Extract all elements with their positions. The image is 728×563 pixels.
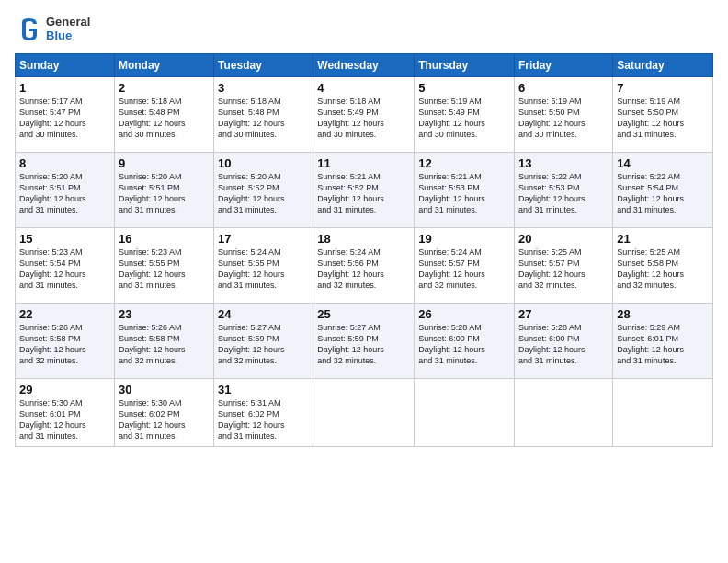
day-info: Sunrise: 5:18 AMSunset: 5:48 PMDaylight:… [119, 96, 210, 141]
calendar-cell: 20Sunrise: 5:25 AMSunset: 5:57 PMDayligh… [515, 228, 613, 304]
calendar-cell: 27Sunrise: 5:28 AMSunset: 6:00 PMDayligh… [515, 304, 613, 379]
day-info: Sunrise: 5:17 AMSunset: 5:47 PMDaylight:… [19, 96, 110, 141]
calendar-cell: 24Sunrise: 5:27 AMSunset: 5:59 PMDayligh… [214, 304, 313, 379]
day-number: 12 [418, 156, 510, 170]
day-info: Sunrise: 5:30 AMSunset: 6:01 PMDaylight:… [19, 397, 110, 442]
page-container: General Blue SundayMondayTuesdayWednesda… [0, 0, 728, 456]
day-info: Sunrise: 5:20 AMSunset: 5:51 PMDaylight:… [19, 171, 110, 216]
day-info: Sunrise: 5:25 AMSunset: 5:58 PMDaylight:… [617, 247, 709, 292]
day-number: 22 [19, 307, 110, 321]
day-number: 23 [119, 307, 210, 321]
day-info: Sunrise: 5:24 AMSunset: 5:55 PMDaylight:… [218, 247, 309, 292]
day-number: 2 [119, 81, 210, 95]
calendar-cell: 31Sunrise: 5:31 AMSunset: 6:02 PMDayligh… [214, 379, 313, 447]
logo-graphic: General Blue [15, 15, 90, 44]
calendar-cell: 25Sunrise: 5:27 AMSunset: 5:59 PMDayligh… [313, 304, 415, 379]
day-number: 18 [317, 232, 410, 246]
day-info: Sunrise: 5:23 AMSunset: 5:55 PMDaylight:… [119, 247, 210, 292]
calendar-cell: 11Sunrise: 5:21 AMSunset: 5:52 PMDayligh… [313, 153, 415, 228]
day-number: 14 [617, 156, 709, 170]
day-header-sunday: Sunday [16, 54, 115, 77]
calendar-cell [515, 379, 613, 447]
day-info: Sunrise: 5:20 AMSunset: 5:51 PMDaylight:… [119, 171, 210, 216]
day-number: 20 [518, 232, 609, 246]
day-info: Sunrise: 5:18 AMSunset: 5:49 PMDaylight:… [317, 96, 410, 141]
calendar-cell: 16Sunrise: 5:23 AMSunset: 5:55 PMDayligh… [114, 228, 213, 304]
day-info: Sunrise: 5:27 AMSunset: 5:59 PMDaylight:… [218, 322, 309, 367]
calendar-cell: 10Sunrise: 5:20 AMSunset: 5:52 PMDayligh… [214, 153, 313, 228]
day-header-wednesday: Wednesday [313, 54, 415, 77]
day-header-tuesday: Tuesday [214, 54, 313, 77]
day-number: 27 [518, 307, 609, 321]
day-number: 15 [19, 232, 110, 246]
calendar-cell [613, 379, 713, 447]
logo-icon [15, 15, 44, 44]
day-number: 10 [218, 156, 309, 170]
day-number: 16 [119, 232, 210, 246]
calendar-table: SundayMondayTuesdayWednesdayThursdayFrid… [15, 53, 713, 447]
logo-general: General [46, 16, 90, 29]
day-number: 29 [19, 383, 110, 396]
week-row-3: 15Sunrise: 5:23 AMSunset: 5:54 PMDayligh… [16, 228, 713, 304]
calendar-cell: 28Sunrise: 5:29 AMSunset: 6:01 PMDayligh… [613, 304, 713, 379]
day-info: Sunrise: 5:28 AMSunset: 6:00 PMDaylight:… [418, 322, 510, 367]
day-info: Sunrise: 5:27 AMSunset: 5:59 PMDaylight:… [317, 322, 410, 367]
week-row-5: 29Sunrise: 5:30 AMSunset: 6:01 PMDayligh… [16, 379, 713, 447]
day-info: Sunrise: 5:25 AMSunset: 5:57 PMDaylight:… [518, 247, 609, 292]
week-row-2: 8Sunrise: 5:20 AMSunset: 5:51 PMDaylight… [16, 153, 713, 228]
day-number: 9 [119, 156, 210, 170]
day-number: 13 [518, 156, 609, 170]
calendar-cell: 9Sunrise: 5:20 AMSunset: 5:51 PMDaylight… [114, 153, 213, 228]
day-info: Sunrise: 5:22 AMSunset: 5:53 PMDaylight:… [518, 171, 609, 216]
calendar-cell: 26Sunrise: 5:28 AMSunset: 6:00 PMDayligh… [415, 304, 515, 379]
day-number: 11 [317, 156, 410, 170]
calendar-header-row: SundayMondayTuesdayWednesdayThursdayFrid… [16, 54, 713, 77]
week-row-4: 22Sunrise: 5:26 AMSunset: 5:58 PMDayligh… [16, 304, 713, 379]
header: General Blue [15, 15, 713, 44]
day-info: Sunrise: 5:21 AMSunset: 5:53 PMDaylight:… [418, 171, 510, 216]
calendar-cell: 12Sunrise: 5:21 AMSunset: 5:53 PMDayligh… [415, 153, 515, 228]
logo-blue: Blue [46, 29, 90, 43]
day-info: Sunrise: 5:29 AMSunset: 6:01 PMDaylight:… [617, 322, 709, 367]
day-info: Sunrise: 5:31 AMSunset: 6:02 PMDaylight:… [218, 397, 309, 442]
calendar-cell: 6Sunrise: 5:19 AMSunset: 5:50 PMDaylight… [515, 77, 613, 153]
day-number: 21 [617, 232, 709, 246]
day-info: Sunrise: 5:26 AMSunset: 5:58 PMDaylight:… [119, 322, 210, 367]
calendar-cell: 5Sunrise: 5:19 AMSunset: 5:49 PMDaylight… [415, 77, 515, 153]
day-number: 3 [218, 81, 309, 95]
day-info: Sunrise: 5:26 AMSunset: 5:58 PMDaylight:… [19, 322, 110, 367]
calendar-cell: 4Sunrise: 5:18 AMSunset: 5:49 PMDaylight… [313, 77, 415, 153]
day-info: Sunrise: 5:18 AMSunset: 5:48 PMDaylight:… [218, 96, 309, 141]
day-number: 7 [617, 81, 709, 95]
day-header-monday: Monday [114, 54, 213, 77]
calendar-cell: 18Sunrise: 5:24 AMSunset: 5:56 PMDayligh… [313, 228, 415, 304]
day-info: Sunrise: 5:23 AMSunset: 5:54 PMDaylight:… [19, 247, 110, 292]
day-header-thursday: Thursday [415, 54, 515, 77]
calendar-cell: 23Sunrise: 5:26 AMSunset: 5:58 PMDayligh… [114, 304, 213, 379]
calendar-cell: 21Sunrise: 5:25 AMSunset: 5:58 PMDayligh… [613, 228, 713, 304]
calendar-cell: 8Sunrise: 5:20 AMSunset: 5:51 PMDaylight… [16, 153, 115, 228]
calendar-cell [313, 379, 415, 447]
day-number: 4 [317, 81, 410, 95]
week-row-1: 1Sunrise: 5:17 AMSunset: 5:47 PMDaylight… [16, 77, 713, 153]
day-number: 8 [19, 156, 110, 170]
calendar-cell: 15Sunrise: 5:23 AMSunset: 5:54 PMDayligh… [16, 228, 115, 304]
calendar-cell: 22Sunrise: 5:26 AMSunset: 5:58 PMDayligh… [16, 304, 115, 379]
calendar-cell: 14Sunrise: 5:22 AMSunset: 5:54 PMDayligh… [613, 153, 713, 228]
day-info: Sunrise: 5:19 AMSunset: 5:50 PMDaylight:… [617, 96, 709, 141]
day-info: Sunrise: 5:24 AMSunset: 5:56 PMDaylight:… [317, 247, 410, 292]
day-info: Sunrise: 5:19 AMSunset: 5:49 PMDaylight:… [418, 96, 510, 141]
calendar-cell: 7Sunrise: 5:19 AMSunset: 5:50 PMDaylight… [613, 77, 713, 153]
day-number: 19 [418, 232, 510, 246]
calendar-cell: 19Sunrise: 5:24 AMSunset: 5:57 PMDayligh… [415, 228, 515, 304]
day-info: Sunrise: 5:30 AMSunset: 6:02 PMDaylight:… [119, 397, 210, 442]
day-info: Sunrise: 5:20 AMSunset: 5:52 PMDaylight:… [218, 171, 309, 216]
day-number: 1 [19, 81, 110, 95]
day-number: 30 [119, 383, 210, 396]
calendar-cell: 13Sunrise: 5:22 AMSunset: 5:53 PMDayligh… [515, 153, 613, 228]
day-number: 26 [418, 307, 510, 321]
day-info: Sunrise: 5:24 AMSunset: 5:57 PMDaylight:… [418, 247, 510, 292]
day-header-friday: Friday [515, 54, 613, 77]
day-number: 25 [317, 307, 410, 321]
day-info: Sunrise: 5:22 AMSunset: 5:54 PMDaylight:… [617, 171, 709, 216]
